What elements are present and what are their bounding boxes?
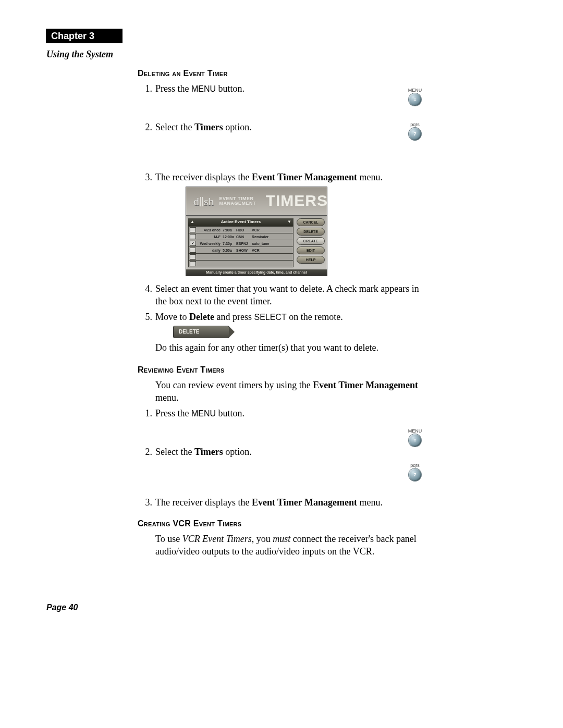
etm-timer-list: ▲ Active Event Timers ▼ 4/23 once7:00aHB… [188, 218, 293, 267]
text: on the remote. [287, 312, 343, 322]
step-number: 2. [141, 121, 152, 133]
step-text: Select an event timer that you want to d… [155, 283, 419, 306]
etm-delete-button: DELETE [297, 228, 325, 236]
text: option. [223, 447, 252, 457]
text: The receiver displays the [155, 172, 252, 182]
step-number: 3. [141, 171, 152, 183]
text: and press [214, 312, 254, 322]
cell: VCR [252, 248, 292, 253]
text: Select the [155, 122, 194, 132]
cell: 7:00a [222, 228, 236, 232]
etm-create-button: CREATE [297, 237, 325, 245]
cell: Reminder [252, 235, 292, 239]
page-number: Page 40 [46, 603, 78, 612]
etm-title: EVENT TIMER MANAGEMENT [219, 196, 256, 206]
text-bold: Event Timer Management [252, 172, 357, 182]
cell: daily [198, 248, 222, 253]
step-text: The receiver displays the Event Timer Ma… [155, 497, 383, 508]
etm-tip: Manually create a timer specifying date,… [186, 269, 327, 275]
cell: 5:00a [222, 248, 236, 253]
text: option. [223, 122, 252, 132]
text-bold: Event Timer Management [313, 380, 418, 390]
review-intro: You can review event timers by using the… [138, 379, 424, 404]
cell: 7:30p [222, 241, 236, 246]
etm-row-empty [189, 260, 293, 267]
delete-button-graphic: DELETE [173, 326, 229, 338]
page-content: Deleting an Event Timer 1. Press the MEN… [138, 68, 424, 558]
scroll-up-icon: ▲ [190, 219, 194, 225]
checkbox-icon [190, 261, 196, 266]
cell: M-F [198, 235, 222, 239]
etm-header: dsh EVENT TIMER MANAGEMENT TIMERS [186, 187, 327, 216]
text: To use [155, 534, 182, 544]
text: button. [216, 83, 244, 94]
text: The receiver displays the [155, 497, 252, 508]
step-text: Select the Timers option. [155, 447, 252, 457]
etm-row-empty [189, 253, 293, 260]
text-bold: Timers [194, 447, 223, 457]
text: menu. [357, 172, 383, 182]
heading-creating-vcr: Creating VCR Event Timers [138, 518, 424, 529]
text: menu. [155, 392, 179, 403]
text-italic: VCR Event Timers [182, 534, 252, 544]
cell: auto_tune [252, 241, 292, 246]
etm-row: ✓ Wed weekly7:30pESPN2auto_tune [189, 240, 293, 246]
cell: 4/23 once [198, 228, 222, 232]
cell: SHOW [236, 248, 252, 253]
cell: 12:00a [222, 235, 236, 239]
text-bold: Delete [189, 312, 214, 322]
cell: ESPN2 [236, 241, 252, 246]
etm-body: ▲ Active Event Timers ▼ 4/23 once7:00aHB… [186, 216, 327, 269]
checkbox-icon [190, 248, 196, 253]
etm-row: M-F12:00aCNNReminder [189, 233, 293, 240]
step-number: 1. [141, 82, 152, 95]
text-bold: Timers [194, 122, 223, 132]
text-caps: MENU [191, 409, 216, 418]
etm-help-button: HELP [297, 256, 325, 264]
step-text: Move to Delete and press SELECT on the r… [155, 312, 343, 322]
step-number: 3. [141, 496, 152, 509]
step-text: The receiver displays the Event Timer Ma… [155, 172, 383, 182]
text: You can review event timers by using the [155, 380, 313, 390]
step-number: 2. [141, 446, 152, 458]
event-timer-management-screenshot: dsh EVENT TIMER MANAGEMENT TIMERS ▲ Acti… [186, 187, 327, 276]
checkbox-icon: ✓ [190, 241, 196, 246]
step-followup: Do this again for any other timer(s) tha… [155, 341, 424, 354]
step-number: 4. [141, 282, 152, 295]
text-caps: SELECT [254, 313, 286, 322]
section-title: Using the System [46, 49, 113, 60]
etm-list-header: ▲ Active Event Timers ▼ [188, 218, 293, 226]
cell: HBO [236, 228, 252, 232]
heading-reviewing: Reviewing Event Timers [138, 364, 424, 376]
dish-logo-icon: dsh [193, 194, 214, 209]
text: menu. [357, 497, 383, 508]
text-bold: Event Timer Management [252, 497, 357, 508]
step-text: Press the MENU button. [155, 83, 244, 94]
etm-watermark: TIMERS [266, 190, 328, 207]
etm-row: 4/23 once7:00aHBOVCR [189, 226, 293, 233]
step-text: Press the MENU button. [155, 408, 244, 418]
heading-deleting: Deleting an Event Timer [138, 68, 424, 79]
cell: Wed weekly [198, 241, 222, 246]
text: MANAGEMENT [219, 201, 256, 206]
etm-table: 4/23 once7:00aHBOVCR M-F12:00aCNNReminde… [188, 226, 293, 267]
steps-reviewing: 1. Press the MENU button. 2. Select the … [138, 407, 424, 509]
checkbox-icon [190, 234, 196, 239]
text: Select the [155, 447, 194, 457]
cell: VCR [252, 228, 292, 232]
text-italic: must [273, 534, 290, 544]
steps-deleting: 1. Press the MENU button. 2. Select the … [138, 82, 424, 354]
text: Press the [155, 408, 191, 418]
step-text: Select the Timers option. [155, 122, 252, 132]
text-caps: MENU [191, 84, 216, 93]
chapter-tab: Chapter 3 [46, 29, 123, 43]
step-number: 1. [141, 407, 152, 419]
checkbox-icon [190, 254, 196, 260]
etm-row: daily5:00aSHOWVCR [189, 246, 293, 253]
etm-list-header-label: Active Event Timers [221, 219, 261, 225]
text: Move to [155, 312, 189, 322]
text: , you [252, 534, 273, 544]
etm-edit-button: EDIT [297, 246, 325, 254]
text: button. [216, 408, 244, 418]
etm-actions: CANCEL DELETE CREATE EDIT HELP [297, 218, 325, 267]
